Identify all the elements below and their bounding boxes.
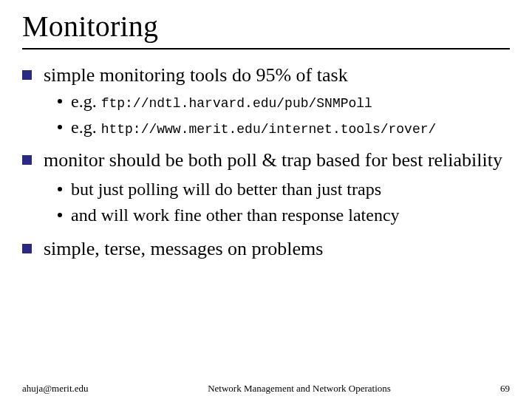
bullet-level2: e.g. http://www.merit.edu/internet.tools…	[58, 116, 510, 139]
title-divider	[22, 48, 510, 50]
square-bullet-icon	[22, 155, 32, 165]
bullet-mono: ftp://ndtl.harvard.edu/pub/SNMPoll	[101, 96, 372, 111]
bullet-level2: and will work fine other than response l…	[58, 204, 510, 227]
bullet-text: e.g. http://www.merit.edu/internet.tools…	[71, 116, 436, 139]
square-bullet-icon	[22, 70, 32, 80]
bullet-text: monitor should be both poll & trap based…	[44, 148, 502, 172]
slide-body: simple monitoring tools do 95% of task e…	[22, 63, 510, 262]
footer: ahuja@merit.edu Network Management and N…	[22, 383, 510, 395]
footer-author: ahuja@merit.edu	[22, 383, 133, 395]
bullet-text: and will work fine other than response l…	[71, 204, 400, 227]
dot-bullet-icon	[58, 99, 62, 103]
bullet-level2: but just polling will do better than jus…	[58, 178, 510, 201]
dot-bullet-icon	[58, 213, 62, 217]
bullet-level2: e.g. ftp://ndtl.harvard.edu/pub/SNMPoll	[58, 90, 510, 113]
slide-title: Monitoring	[22, 9, 510, 44]
page-number: 69	[466, 383, 510, 395]
dot-bullet-icon	[58, 187, 62, 191]
bullet-text: e.g. ftp://ndtl.harvard.edu/pub/SNMPoll	[71, 90, 372, 113]
bullet-text: simple monitoring tools do 95% of task	[44, 63, 348, 87]
footer-title: Network Management and Network Operation…	[133, 383, 466, 395]
square-bullet-icon	[22, 244, 32, 253]
bullet-level1: simple monitoring tools do 95% of task	[22, 63, 510, 87]
bullet-text: but just polling will do better than jus…	[71, 178, 381, 201]
bullet-text: simple, terse, messages on problems	[44, 236, 323, 261]
bullet-level1: simple, terse, messages on problems	[22, 236, 510, 261]
bullet-mono: http://www.merit.edu/internet.tools/rove…	[101, 122, 437, 137]
bullet-prefix: e.g.	[71, 92, 101, 111]
bullet-prefix: e.g.	[71, 117, 101, 137]
dot-bullet-icon	[58, 125, 62, 129]
bullet-level1: monitor should be both poll & trap based…	[22, 148, 510, 172]
slide: Monitoring simple monitoring tools do 95…	[0, 0, 532, 399]
